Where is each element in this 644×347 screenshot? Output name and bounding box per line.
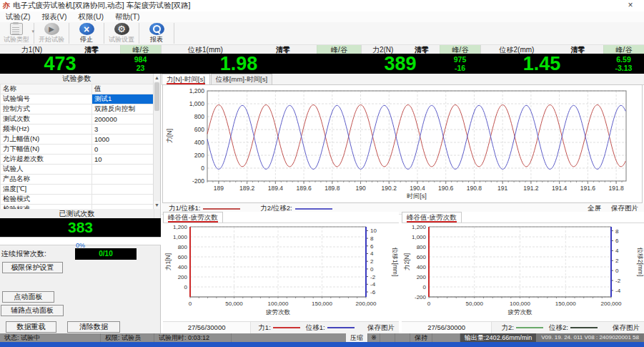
force-time-plot: -20002004006008001,0001,200189189.2189.4… (163, 85, 642, 202)
param-row[interactable]: 试验人 (1, 165, 154, 175)
param-row[interactable]: 频率(Hz)3 (1, 124, 154, 135)
menu-report[interactable]: 报表(V) (36, 12, 72, 22)
params-table: 名称 值 试验编号测试1控制方式双路反向控制测试次数200000频率(Hz)3力… (0, 84, 154, 225)
tab-displacement-time[interactable]: 位移[mm]-时间[s] (211, 74, 272, 84)
param-row[interactable]: 允许超差次数10 (1, 155, 154, 165)
peakvalley-panel-ch2: 峰谷值-疲劳次数 -20002004006008001,0001,200050,… (402, 212, 644, 333)
scroll-down-icon[interactable]: ▼ (154, 201, 160, 209)
svg-text:1,000: 1,000 (412, 234, 427, 240)
svg-text:-6: -6 (370, 289, 376, 295)
save-image-button-ch2[interactable]: 保存图片 (613, 323, 640, 333)
svg-text:8: 8 (615, 228, 619, 235)
dropdown-arrow-icon[interactable]: ▾ (31, 29, 34, 34)
param-row[interactable]: 试验编号测试1 (1, 94, 154, 104)
report-magnifier-icon (149, 23, 164, 35)
tab-peakvalley-ch2[interactable]: 峰谷值-疲劳次数 (402, 212, 462, 223)
peakvalley-panel-ch1: 峰谷值-疲劳次数 02004006008001,0001,200050,0001… (163, 212, 399, 333)
svg-text:150,000: 150,000 (312, 300, 332, 307)
svg-text:0: 0 (201, 165, 204, 172)
force-time-chart: -20002004006008001,0001,200189189.2189.4… (162, 84, 643, 203)
svg-text:1,200: 1,200 (189, 87, 205, 94)
legend-force2-label: 力2: (502, 323, 514, 333)
status-bar: 状态: 试验中 权限: 试验员 试验用时: 0:03:12 压缩 ※ 保持 输出… (0, 333, 644, 342)
legend-series1-line (203, 208, 240, 210)
svg-text:400: 400 (178, 264, 188, 270)
tab-force-time[interactable]: 力[N]-时间[s] (162, 74, 210, 84)
svg-text:疲劳次数: 疲劳次数 (508, 308, 533, 316)
status-star-icon: ※ (368, 333, 380, 342)
param-row[interactable]: 控制方式双路反向控制 (1, 104, 154, 114)
svg-text:-200: -200 (415, 294, 427, 300)
svg-text:600: 600 (417, 254, 427, 260)
jog-panel-button[interactable]: 点动面板 (2, 291, 54, 303)
svg-text:190.2: 190.2 (382, 185, 397, 192)
tab-peakvalley-ch1[interactable]: 峰谷值-疲劳次数 (163, 212, 223, 223)
readout-value-row: 473 98423 1.98 389 975-16 1.45 6.59-3.13 (0, 54, 644, 74)
toolbar-separator (174, 23, 174, 44)
svg-text:191.6: 191.6 (580, 185, 596, 192)
save-image-button-ch1[interactable]: 保存图片 (367, 323, 395, 333)
toolbar-separator (104, 23, 104, 44)
stop-button[interactable]: × 停止 (70, 22, 103, 44)
menu-test[interactable]: 试验(Z) (0, 12, 36, 22)
play-icon: ▶ (44, 23, 59, 35)
param-row[interactable]: 力下幅值(N)0 (1, 145, 154, 155)
clear-data-button[interactable]: 清除数据 (67, 321, 120, 333)
start-test-button[interactable]: ▶ 开始试验 (35, 22, 68, 44)
menu-bar: 试验(Z) 报表(V) 权限(U) 帮助(T) (0, 11, 644, 23)
test-type-button[interactable]: 试验类型 ▾ (0, 22, 33, 44)
toolbar: 试验类型 ▾ ▶ 开始试验 × 停止 ⚙ 试验设置 报表 (0, 22, 644, 45)
svg-text:6: 6 (370, 243, 374, 250)
peakvalley-plot-ch2: -20002004006008001,0001,200050,000100,00… (402, 223, 644, 323)
svg-text:800: 800 (417, 244, 427, 250)
svg-text:200: 200 (194, 152, 204, 159)
main-chart-tabs: 力[N]-时间[s] 位移[mm]-时间[s] (162, 74, 644, 85)
param-row[interactable]: 检验模式 (1, 195, 154, 205)
data-reload-button[interactable]: 数据重载 (6, 321, 56, 333)
menu-permission[interactable]: 权限(U) (72, 12, 109, 22)
test-settings-button[interactable]: ⚙ 试验设置 (105, 22, 138, 44)
svg-text:2: 2 (370, 258, 374, 265)
svg-text:189: 189 (214, 185, 224, 192)
params-title: 试验参数 (0, 74, 154, 84)
status-version: V09. 19. 24. 011 V08 : 2409020001 58 (537, 333, 644, 342)
report-button[interactable]: 报表 (140, 22, 173, 44)
svg-text:200,000: 200,000 (601, 300, 622, 307)
svg-text:0: 0 (423, 284, 427, 290)
svg-text:800: 800 (178, 244, 188, 250)
svg-text:0: 0 (615, 268, 619, 274)
legend-force2-line (516, 327, 543, 328)
params-scrollbar[interactable]: ▲ ▼ (153, 74, 160, 209)
tested-count-value: 383 (0, 218, 161, 237)
param-row[interactable]: 测试次数200000 (1, 114, 154, 124)
svg-text:1,200: 1,200 (173, 224, 188, 230)
param-row[interactable]: 温度[℃] (1, 185, 154, 195)
close-icon[interactable]: × (621, 0, 640, 11)
svg-text:190.8: 190.8 (467, 185, 482, 192)
svg-text:4: 4 (370, 250, 374, 257)
svg-text:0: 0 (427, 300, 431, 307)
svg-text:力1[N]: 力1[N] (164, 253, 172, 270)
status-permission: 权限: 试验员 (101, 333, 154, 342)
svg-text:190.6: 190.6 (438, 185, 454, 192)
svg-text:600: 600 (194, 126, 204, 133)
scrollbar-thumb[interactable] (154, 82, 159, 111)
svg-text:400: 400 (194, 139, 204, 146)
svg-text:10: 10 (370, 228, 377, 234)
clipboard-icon (10, 23, 23, 35)
svg-text:600: 600 (178, 254, 188, 260)
gear-icon: ⚙ (114, 23, 129, 35)
peakvalley-plot-ch1: 02004006008001,0001,200050,000100,000150… (163, 223, 399, 323)
menu-help[interactable]: 帮助(T) (109, 12, 145, 22)
param-row[interactable]: 产品名称 (1, 175, 154, 185)
svg-text:191: 191 (497, 185, 507, 192)
svg-text:200: 200 (417, 274, 427, 280)
svg-text:189.2: 189.2 (239, 185, 255, 192)
cycle-counts-ch1: 27/56/30000 (163, 322, 251, 333)
svg-text:191.8: 191.8 (608, 185, 624, 192)
legend-force1-label: 力1: (258, 323, 270, 333)
limit-protection-button[interactable]: 极限保护设置 (2, 262, 63, 273)
scroll-up-icon[interactable]: ▲ (154, 74, 160, 82)
param-row[interactable]: 力上幅值(N)1000 (1, 135, 154, 145)
aux-jog-panel-button[interactable]: 辅路点动面板 (1, 305, 64, 316)
